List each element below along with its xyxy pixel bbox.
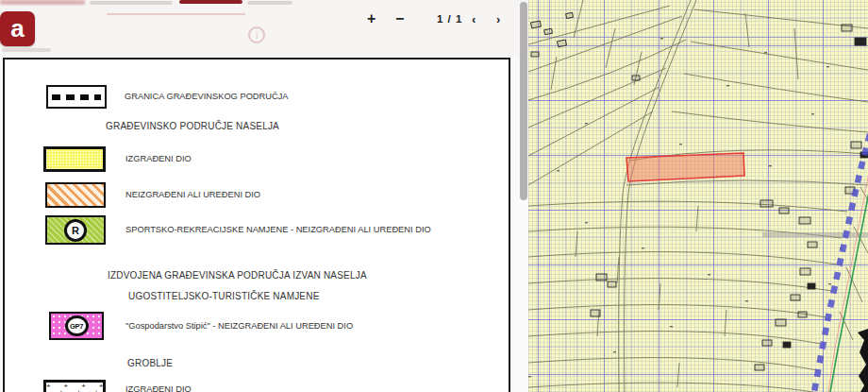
legend-symbol-tourism: GP7 [49, 312, 104, 340]
legend-label: IZGRAĐENI DIO [125, 154, 192, 163]
map-overlay [528, 0, 868, 392]
legend-symbol-sport-recreation: R [45, 215, 106, 245]
vertical-scrollbar-thumb[interactable] [520, 2, 527, 200]
gp7-badge-icon: GP7 [65, 315, 89, 336]
info-circle-icon[interactable]: i [248, 26, 265, 43]
dashed-line-glyph [52, 94, 101, 100]
r-badge-icon: R [64, 219, 87, 242]
parcel-number-marks [528, 38, 843, 377]
legend-heading: IZDVOJENA GRAĐEVINSKA PODRUČJA IZVAN NAS… [108, 270, 367, 281]
faded-nav-text [247, 1, 292, 5]
legend-symbol-boundary [46, 85, 107, 109]
parcel-lines [528, 0, 868, 392]
legend-page: GRANICA GRAĐEVINSKOG PODRUČJA GRAĐEVINSK… [3, 58, 510, 392]
legend-heading: GRAĐEVINSKO PODRUČJE NASELJA [106, 121, 279, 131]
highlighted-parcel[interactable] [626, 153, 744, 181]
faded-caption-text [2, 48, 51, 52]
faded-header-text [0, 0, 85, 5]
legend-label: SPORTSKO-REKREACIJSKE NAMJENE - NEIZGRAĐ… [125, 225, 431, 234]
next-page-button[interactable]: › [496, 12, 500, 26]
site-logo[interactable]: a [0, 11, 35, 46]
legend-label: GRANICA GRAĐEVINSKOG PODRUČJA [125, 92, 289, 101]
prev-page-button[interactable]: ‹ [472, 12, 476, 26]
legend-label: IZGRAĐENI DIO [125, 384, 192, 392]
faded-nav-text [90, 1, 173, 5]
legend-symbol-unbuilt-serviced [45, 182, 106, 208]
legend-subheading: UGOSTITELJSKO-TURISTIČKE NAMJENE [128, 291, 320, 301]
cadastral-map[interactable] [528, 0, 868, 392]
active-nav-underline [179, 0, 242, 4]
page-indicator: 1 / 1 [437, 13, 462, 25]
legend-symbol-cemetery: + + + + + + + + [43, 380, 106, 392]
logo-letter: a [10, 14, 24, 43]
app-window: a i + − 1 / 1 ‹ › GRANICA GRAĐEVINSKOG P… [0, 0, 868, 392]
legend-label: "Gospodarstvo Stipić" - NEIZGRAĐENI ALI … [125, 321, 353, 331]
legend-heading: GROBLJE [127, 358, 173, 368]
site-header: a i [0, 0, 528, 58]
scan-black-corner [858, 329, 868, 392]
legend-label: NEIZGRAĐENI ALI UREĐENI DIO [125, 190, 260, 199]
zoom-in-button[interactable]: + [367, 10, 376, 27]
building-footprints [531, 12, 868, 370]
gray-band [762, 232, 868, 237]
zoom-out-button[interactable]: − [395, 10, 404, 27]
legend-symbol-built [43, 146, 106, 172]
construction-boundary-dashed-line [814, 134, 868, 392]
header-divider [107, 13, 245, 15]
